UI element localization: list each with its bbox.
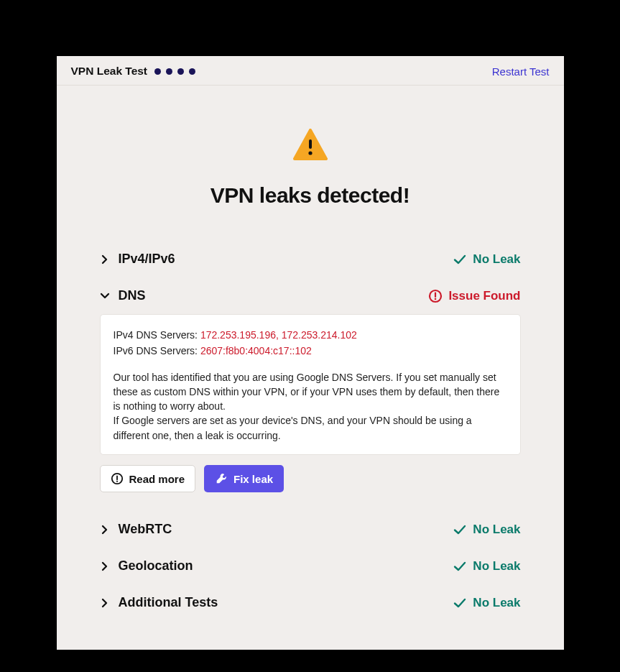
test-row-dns[interactable]: DNS Issue Found bbox=[100, 277, 521, 314]
check-icon bbox=[453, 559, 467, 574]
chevron-right-icon bbox=[100, 254, 110, 264]
test-label: DNS bbox=[119, 288, 146, 303]
dot-icon bbox=[177, 68, 184, 75]
warning-triangle-icon bbox=[293, 129, 328, 163]
topbar: VPN Leak Test Restart Test bbox=[57, 56, 564, 86]
check-icon bbox=[453, 523, 467, 537]
fix-leak-label: Fix leak bbox=[233, 473, 273, 485]
ipv6-dns-line: IPv6 DNS Servers: 2607:f8b0:4004:c17::10… bbox=[114, 344, 507, 358]
test-list: IPv4/IPv6 No Leak DNS Issue F bbox=[57, 241, 564, 621]
dot-icon bbox=[166, 68, 172, 75]
test-row-ipv[interactable]: IPv4/IPv6 No Leak bbox=[100, 241, 521, 277]
status-badge: No Leak bbox=[453, 559, 520, 574]
check-icon bbox=[453, 252, 467, 267]
hero: VPN leaks detected! bbox=[57, 86, 564, 241]
topbar-left: VPN Leak Test bbox=[71, 65, 196, 78]
chevron-down-icon bbox=[100, 293, 110, 299]
alert-circle-icon bbox=[428, 289, 443, 303]
dot-icon bbox=[154, 68, 161, 75]
test-label: WebRTC bbox=[119, 522, 172, 537]
chevron-right-icon bbox=[100, 561, 110, 571]
status-text: No Leak bbox=[473, 252, 520, 267]
dns-explanation-1: Our tool has identified that you are usi… bbox=[114, 370, 507, 414]
status-text: No Leak bbox=[473, 596, 520, 610]
read-more-button[interactable]: Read more bbox=[100, 465, 196, 492]
test-label: IPv4/IPv6 bbox=[119, 252, 175, 267]
chevron-right-icon bbox=[100, 525, 110, 535]
check-icon bbox=[453, 596, 467, 610]
tools-icon bbox=[215, 472, 228, 485]
fix-leak-button[interactable]: Fix leak bbox=[204, 465, 284, 492]
ipv6-dns-label: IPv6 DNS Servers: bbox=[114, 345, 200, 356]
test-row-additional[interactable]: Additional Tests No Leak bbox=[100, 584, 521, 621]
svg-point-4 bbox=[435, 298, 437, 300]
dns-details-card: IPv4 DNS Servers: 172.253.195.196, 172.2… bbox=[100, 314, 521, 455]
info-circle-icon bbox=[111, 472, 124, 485]
test-row-webrtc[interactable]: WebRTC No Leak bbox=[100, 511, 521, 548]
status-text: No Leak bbox=[473, 559, 520, 574]
test-row-geolocation[interactable]: Geolocation No Leak bbox=[100, 548, 521, 584]
status-badge: No Leak bbox=[453, 596, 520, 610]
ipv4-dns-label: IPv4 DNS Servers: bbox=[114, 329, 200, 341]
status-text: Issue Found bbox=[448, 289, 520, 303]
dns-explanation-2: If Google servers are set as your device… bbox=[114, 413, 507, 443]
test-label: Additional Tests bbox=[119, 595, 218, 610]
dns-actions: Read more Fix leak bbox=[100, 465, 521, 492]
vpn-leak-test-panel: VPN Leak Test Restart Test VPN leaks det… bbox=[57, 56, 564, 650]
status-badge: No Leak bbox=[453, 523, 520, 537]
restart-test-link[interactable]: Restart Test bbox=[492, 65, 550, 78]
status-badge: Issue Found bbox=[428, 289, 520, 303]
test-label: Geolocation bbox=[119, 558, 193, 574]
progress-dots bbox=[154, 68, 195, 75]
ipv6-dns-value: 2607:f8b0:4004:c17::102 bbox=[200, 345, 312, 356]
topbar-title: VPN Leak Test bbox=[71, 65, 148, 78]
svg-rect-0 bbox=[309, 139, 312, 149]
ipv4-dns-line: IPv4 DNS Servers: 172.253.195.196, 172.2… bbox=[114, 328, 507, 342]
dot-icon bbox=[189, 68, 195, 75]
svg-point-7 bbox=[116, 481, 117, 482]
status-text: No Leak bbox=[473, 523, 520, 537]
chevron-right-icon bbox=[100, 598, 110, 608]
ipv4-dns-value: 172.253.195.196, 172.253.214.102 bbox=[200, 329, 357, 341]
hero-title: VPN leaks detected! bbox=[210, 183, 410, 208]
svg-point-1 bbox=[308, 151, 312, 155]
read-more-label: Read more bbox=[129, 473, 185, 485]
status-badge: No Leak bbox=[453, 252, 520, 267]
